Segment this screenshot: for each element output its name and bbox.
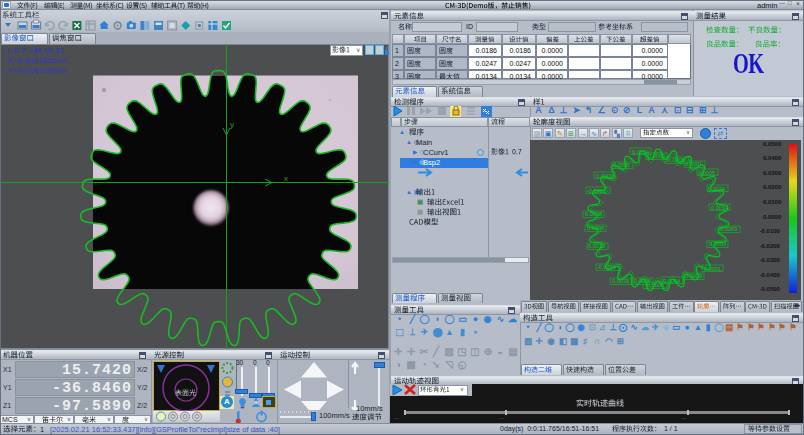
svg-text:0.0005: 0.0005 <box>698 170 715 176</box>
svg-text:0.0029: 0.0029 <box>685 273 702 279</box>
svg-text:0.0001: 0.0001 <box>704 266 721 272</box>
svg-text:-0.0034: -0.0034 <box>597 264 616 270</box>
svg-text:0.0003: 0.0003 <box>709 241 726 247</box>
svg-text:y: y <box>230 120 234 129</box>
svg-text:0.0009: 0.0009 <box>596 173 613 179</box>
svg-text:0.0008: 0.0008 <box>585 211 602 217</box>
svg-text:0.0024: 0.0024 <box>632 149 649 155</box>
svg-text:-0.0005: -0.0005 <box>666 157 685 163</box>
svg-text:0.0063: 0.0063 <box>720 226 737 232</box>
svg-text:0.0026: 0.0026 <box>634 278 651 284</box>
svg-text:x: x <box>284 174 288 183</box>
svg-text:0.0039: 0.0039 <box>612 278 629 284</box>
svg-text:0.0001: 0.0001 <box>685 161 702 167</box>
svg-text:0.0005: 0.0005 <box>648 153 665 159</box>
svg-text:-0.0001: -0.0001 <box>587 188 606 194</box>
svg-text:0.0006: 0.0006 <box>587 225 604 231</box>
svg-text:0.0004: 0.0004 <box>663 278 680 284</box>
svg-text:0.0005: 0.0005 <box>613 162 630 168</box>
svg-text:0.0013: 0.0013 <box>588 243 605 249</box>
svg-text:0.0014: 0.0014 <box>711 205 728 211</box>
svg-text:0.0024: 0.0024 <box>708 186 725 192</box>
